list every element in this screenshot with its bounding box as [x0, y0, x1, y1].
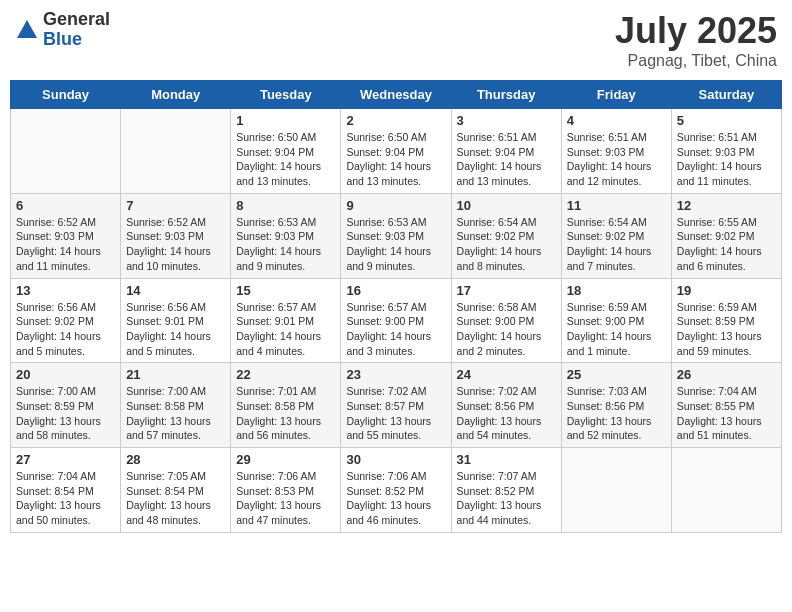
day-info: Sunrise: 6:52 AM Sunset: 9:03 PM Dayligh… — [16, 215, 115, 274]
day-info: Sunrise: 6:58 AM Sunset: 9:00 PM Dayligh… — [457, 300, 556, 359]
day-info: Sunrise: 6:56 AM Sunset: 9:01 PM Dayligh… — [126, 300, 225, 359]
calendar-cell: 5Sunrise: 6:51 AM Sunset: 9:03 PM Daylig… — [671, 109, 781, 194]
logo-blue: Blue — [43, 30, 110, 50]
calendar-cell: 14Sunrise: 6:56 AM Sunset: 9:01 PM Dayli… — [121, 278, 231, 363]
day-info: Sunrise: 7:02 AM Sunset: 8:57 PM Dayligh… — [346, 384, 445, 443]
day-number: 10 — [457, 198, 556, 213]
day-number: 7 — [126, 198, 225, 213]
day-number: 2 — [346, 113, 445, 128]
day-number: 22 — [236, 367, 335, 382]
calendar-cell: 16Sunrise: 6:57 AM Sunset: 9:00 PM Dayli… — [341, 278, 451, 363]
day-info: Sunrise: 7:00 AM Sunset: 8:59 PM Dayligh… — [16, 384, 115, 443]
day-info: Sunrise: 7:01 AM Sunset: 8:58 PM Dayligh… — [236, 384, 335, 443]
day-info: Sunrise: 6:59 AM Sunset: 8:59 PM Dayligh… — [677, 300, 776, 359]
day-number: 29 — [236, 452, 335, 467]
day-number: 26 — [677, 367, 776, 382]
calendar-cell: 25Sunrise: 7:03 AM Sunset: 8:56 PM Dayli… — [561, 363, 671, 448]
day-info: Sunrise: 6:50 AM Sunset: 9:04 PM Dayligh… — [236, 130, 335, 189]
day-number: 3 — [457, 113, 556, 128]
day-number: 14 — [126, 283, 225, 298]
calendar-cell: 30Sunrise: 7:06 AM Sunset: 8:52 PM Dayli… — [341, 448, 451, 533]
day-info: Sunrise: 7:03 AM Sunset: 8:56 PM Dayligh… — [567, 384, 666, 443]
calendar-cell: 17Sunrise: 6:58 AM Sunset: 9:00 PM Dayli… — [451, 278, 561, 363]
day-number: 8 — [236, 198, 335, 213]
day-info: Sunrise: 6:54 AM Sunset: 9:02 PM Dayligh… — [567, 215, 666, 274]
day-info: Sunrise: 7:02 AM Sunset: 8:56 PM Dayligh… — [457, 384, 556, 443]
logo-text: General Blue — [43, 10, 110, 50]
calendar-cell: 12Sunrise: 6:55 AM Sunset: 9:02 PM Dayli… — [671, 193, 781, 278]
calendar-cell: 21Sunrise: 7:00 AM Sunset: 8:58 PM Dayli… — [121, 363, 231, 448]
day-info: Sunrise: 6:57 AM Sunset: 9:01 PM Dayligh… — [236, 300, 335, 359]
day-info: Sunrise: 6:53 AM Sunset: 9:03 PM Dayligh… — [236, 215, 335, 274]
calendar-cell — [561, 448, 671, 533]
day-number: 21 — [126, 367, 225, 382]
calendar-cell: 18Sunrise: 6:59 AM Sunset: 9:00 PM Dayli… — [561, 278, 671, 363]
weekday-header-tuesday: Tuesday — [231, 81, 341, 109]
day-info: Sunrise: 7:07 AM Sunset: 8:52 PM Dayligh… — [457, 469, 556, 528]
calendar-week-5: 27Sunrise: 7:04 AM Sunset: 8:54 PM Dayli… — [11, 448, 782, 533]
logo-general: General — [43, 10, 110, 30]
day-number: 23 — [346, 367, 445, 382]
day-number: 4 — [567, 113, 666, 128]
calendar-cell: 10Sunrise: 6:54 AM Sunset: 9:02 PM Dayli… — [451, 193, 561, 278]
day-number: 28 — [126, 452, 225, 467]
day-info: Sunrise: 6:56 AM Sunset: 9:02 PM Dayligh… — [16, 300, 115, 359]
calendar-week-1: 1Sunrise: 6:50 AM Sunset: 9:04 PM Daylig… — [11, 109, 782, 194]
day-info: Sunrise: 6:57 AM Sunset: 9:00 PM Dayligh… — [346, 300, 445, 359]
day-number: 9 — [346, 198, 445, 213]
day-number: 19 — [677, 283, 776, 298]
page-header: General Blue July 2025 Pagnag, Tibet, Ch… — [10, 10, 782, 70]
day-number: 13 — [16, 283, 115, 298]
calendar-week-4: 20Sunrise: 7:00 AM Sunset: 8:59 PM Dayli… — [11, 363, 782, 448]
calendar-cell: 29Sunrise: 7:06 AM Sunset: 8:53 PM Dayli… — [231, 448, 341, 533]
day-number: 17 — [457, 283, 556, 298]
day-info: Sunrise: 7:04 AM Sunset: 8:54 PM Dayligh… — [16, 469, 115, 528]
logo-icon — [15, 18, 39, 42]
day-info: Sunrise: 6:53 AM Sunset: 9:03 PM Dayligh… — [346, 215, 445, 274]
day-number: 1 — [236, 113, 335, 128]
title-block: July 2025 Pagnag, Tibet, China — [615, 10, 777, 70]
day-info: Sunrise: 7:06 AM Sunset: 8:53 PM Dayligh… — [236, 469, 335, 528]
calendar-cell: 24Sunrise: 7:02 AM Sunset: 8:56 PM Dayli… — [451, 363, 561, 448]
calendar-cell: 27Sunrise: 7:04 AM Sunset: 8:54 PM Dayli… — [11, 448, 121, 533]
day-number: 15 — [236, 283, 335, 298]
calendar-week-3: 13Sunrise: 6:56 AM Sunset: 9:02 PM Dayli… — [11, 278, 782, 363]
day-info: Sunrise: 6:51 AM Sunset: 9:03 PM Dayligh… — [677, 130, 776, 189]
calendar-cell: 11Sunrise: 6:54 AM Sunset: 9:02 PM Dayli… — [561, 193, 671, 278]
calendar-cell: 28Sunrise: 7:05 AM Sunset: 8:54 PM Dayli… — [121, 448, 231, 533]
svg-marker-0 — [17, 20, 37, 38]
calendar-cell — [11, 109, 121, 194]
weekday-header-sunday: Sunday — [11, 81, 121, 109]
calendar-cell: 15Sunrise: 6:57 AM Sunset: 9:01 PM Dayli… — [231, 278, 341, 363]
day-number: 25 — [567, 367, 666, 382]
day-info: Sunrise: 6:55 AM Sunset: 9:02 PM Dayligh… — [677, 215, 776, 274]
weekday-header-wednesday: Wednesday — [341, 81, 451, 109]
day-number: 6 — [16, 198, 115, 213]
day-info: Sunrise: 7:06 AM Sunset: 8:52 PM Dayligh… — [346, 469, 445, 528]
calendar-cell: 19Sunrise: 6:59 AM Sunset: 8:59 PM Dayli… — [671, 278, 781, 363]
subtitle: Pagnag, Tibet, China — [615, 52, 777, 70]
logo: General Blue — [15, 10, 110, 50]
calendar-cell: 23Sunrise: 7:02 AM Sunset: 8:57 PM Dayli… — [341, 363, 451, 448]
day-info: Sunrise: 6:51 AM Sunset: 9:03 PM Dayligh… — [567, 130, 666, 189]
day-info: Sunrise: 7:05 AM Sunset: 8:54 PM Dayligh… — [126, 469, 225, 528]
day-number: 11 — [567, 198, 666, 213]
calendar-cell: 3Sunrise: 6:51 AM Sunset: 9:04 PM Daylig… — [451, 109, 561, 194]
calendar-cell: 9Sunrise: 6:53 AM Sunset: 9:03 PM Daylig… — [341, 193, 451, 278]
day-number: 30 — [346, 452, 445, 467]
day-number: 20 — [16, 367, 115, 382]
weekday-header-saturday: Saturday — [671, 81, 781, 109]
calendar-cell: 26Sunrise: 7:04 AM Sunset: 8:55 PM Dayli… — [671, 363, 781, 448]
weekday-header-monday: Monday — [121, 81, 231, 109]
calendar-cell: 31Sunrise: 7:07 AM Sunset: 8:52 PM Dayli… — [451, 448, 561, 533]
calendar-cell: 22Sunrise: 7:01 AM Sunset: 8:58 PM Dayli… — [231, 363, 341, 448]
day-info: Sunrise: 7:00 AM Sunset: 8:58 PM Dayligh… — [126, 384, 225, 443]
weekday-header-row: SundayMondayTuesdayWednesdayThursdayFrid… — [11, 81, 782, 109]
day-number: 27 — [16, 452, 115, 467]
day-number: 31 — [457, 452, 556, 467]
calendar-cell — [671, 448, 781, 533]
calendar-cell: 20Sunrise: 7:00 AM Sunset: 8:59 PM Dayli… — [11, 363, 121, 448]
weekday-header-friday: Friday — [561, 81, 671, 109]
calendar-cell: 2Sunrise: 6:50 AM Sunset: 9:04 PM Daylig… — [341, 109, 451, 194]
day-info: Sunrise: 7:04 AM Sunset: 8:55 PM Dayligh… — [677, 384, 776, 443]
